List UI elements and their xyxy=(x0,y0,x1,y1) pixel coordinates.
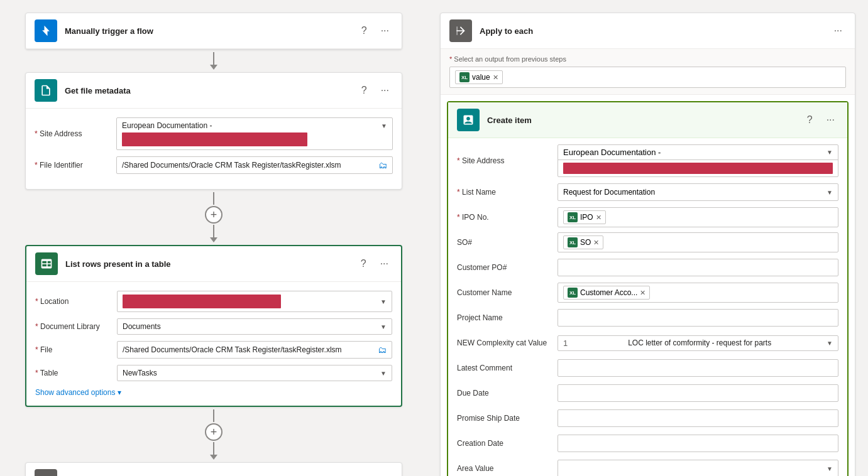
create-site-address-row: Site Address European Documentation - ▼ xyxy=(457,144,838,177)
create-due-date-input[interactable] xyxy=(558,384,838,402)
site-addr-arrow: ▼ xyxy=(827,149,833,156)
site-address-input[interactable]: European Documentation - ▼ xyxy=(116,117,393,150)
arrow-line-2 xyxy=(213,192,214,205)
create-list-name-input[interactable]: Request for Documentation ▼ xyxy=(558,183,838,201)
create-list-name-label: List Name xyxy=(457,188,558,197)
customer-tag-icon: XL xyxy=(568,288,578,298)
show-advanced-button[interactable]: Show advanced options ▾ xyxy=(35,388,121,397)
location-row: Location ▼ xyxy=(35,291,392,312)
trigger-title: Manually trigger a flow xyxy=(65,26,358,36)
create-promise-date-row: Promise Ship Date xyxy=(457,408,838,428)
create-list-name-row: List Name Request for Documentation ▼ xyxy=(457,182,838,202)
create-item-header: Create item ? ··· xyxy=(448,102,847,138)
location-input[interactable]: ▼ xyxy=(117,291,392,312)
create-item-help-button[interactable]: ? xyxy=(803,113,816,127)
create-customer-name-label: Customer Name xyxy=(457,288,558,297)
list-rows-help-button[interactable]: ? xyxy=(357,257,370,271)
customer-tag-remove[interactable]: ✕ xyxy=(640,289,646,297)
apply-each-right-actions: ··· xyxy=(830,24,846,38)
value-tag: XL value ✕ xyxy=(455,70,503,84)
table-row: Table NewTasks ▼ xyxy=(35,365,392,381)
file-metadata-more-button[interactable]: ··· xyxy=(377,84,393,97)
create-item-more-button[interactable]: ··· xyxy=(823,113,838,127)
add-step-circle-1[interactable]: + xyxy=(205,206,222,224)
list-rows-body: Location ▼ Document Library Documents ▼ … xyxy=(26,282,401,406)
doc-library-input[interactable]: Documents ▼ xyxy=(117,318,392,335)
file-metadata-help-button[interactable]: ? xyxy=(358,84,371,97)
create-site-address-input[interactable]: European Documentation - ▼ xyxy=(558,144,838,177)
create-project-name-label: Project Name xyxy=(457,313,558,322)
create-ipo-input[interactable]: XL IPO ✕ xyxy=(558,207,838,227)
create-customer-name-input[interactable]: XL Customer Acco... ✕ xyxy=(558,283,838,303)
create-customer-name-row: Customer Name XL Customer Acco... ✕ xyxy=(457,283,838,303)
site-addr-text: European Documentation - xyxy=(563,148,661,157)
create-customer-po-input[interactable] xyxy=(558,259,838,276)
create-creation-date-input[interactable] xyxy=(558,435,838,452)
create-item-actions: ? ··· xyxy=(803,113,838,127)
connector-2: + xyxy=(205,192,222,242)
trigger-card: Manually trigger a flow ? ··· xyxy=(25,13,402,50)
connector-3: + xyxy=(205,409,222,460)
create-project-name-input[interactable] xyxy=(558,309,838,327)
ipo-tag: XL IPO ✕ xyxy=(563,210,606,224)
value-tag-label: value xyxy=(472,73,490,82)
doc-library-text: Documents xyxy=(123,322,161,331)
trigger-more-button[interactable]: ··· xyxy=(377,24,393,38)
customer-tag-label: Customer Acco... xyxy=(580,288,637,297)
complexity-value-text: LOC letter of comformity - request for p… xyxy=(628,338,771,347)
create-ipo-label: IPO No. xyxy=(457,213,558,222)
apply-each-right-more-button[interactable]: ··· xyxy=(830,24,846,38)
location-label: Location xyxy=(35,297,117,306)
apply-each-collapsed-card: Apply to each ··· xyxy=(25,462,402,476)
trigger-help-button[interactable]: ? xyxy=(358,24,371,38)
right-panel: Apply to each ··· Select an output from … xyxy=(427,0,868,476)
file-browse-icon[interactable]: 🗂 xyxy=(378,160,387,170)
trigger-actions: ? ··· xyxy=(358,24,393,38)
create-complexity-label: NEW Complexity cat Value xyxy=(457,338,558,347)
so-tag-remove[interactable]: ✕ xyxy=(593,239,599,247)
arrow-line-3 xyxy=(213,225,214,237)
create-latest-comment-row: Latest Comment xyxy=(457,358,838,378)
create-latest-comment-input[interactable] xyxy=(558,359,838,377)
site-address-red-bar xyxy=(122,133,307,146)
site-addr-red-bar xyxy=(563,163,833,174)
list-rows-actions: ? ··· xyxy=(357,257,392,271)
arrow-line-4 xyxy=(213,409,214,422)
create-so-row: SO# XL SO ✕ xyxy=(457,232,838,252)
file-id-input[interactable]: /Shared Documents/Oracle CRM Task Regist… xyxy=(116,156,393,174)
add-step-circle-2[interactable]: + xyxy=(205,423,222,441)
create-so-label: SO# xyxy=(457,238,558,247)
tag-container[interactable]: XL value ✕ xyxy=(449,67,846,88)
trigger-icon xyxy=(35,19,57,42)
table-arrow: ▼ xyxy=(380,370,387,377)
table-input[interactable]: NewTasks ▼ xyxy=(117,365,392,381)
value-tag-icon: XL xyxy=(459,72,470,82)
file-browse-icon-2[interactable]: 🗂 xyxy=(378,345,387,355)
create-customer-po-row: Customer PO# xyxy=(457,257,838,278)
so-tag-icon: XL xyxy=(568,237,578,247)
ipo-tag-remove[interactable]: ✕ xyxy=(596,214,602,222)
create-promise-date-input[interactable] xyxy=(558,409,838,427)
create-area-value-label: Area Value xyxy=(457,464,558,473)
show-advanced-row: Show advanced options ▾ xyxy=(35,387,392,397)
file-metadata-actions: ? ··· xyxy=(358,84,393,97)
connector-1 xyxy=(210,52,217,70)
list-rows-more-button[interactable]: ··· xyxy=(376,257,392,271)
site-address-arrow: ▼ xyxy=(381,122,387,129)
apply-each-more-button[interactable]: ··· xyxy=(377,473,393,476)
doc-library-arrow: ▼ xyxy=(380,323,387,330)
file-id-label: File Identifier xyxy=(35,161,116,170)
area-value-arrow: ▼ xyxy=(827,465,833,472)
location-red-bar xyxy=(123,295,281,308)
create-complexity-input[interactable]: 1 LOC letter of comformity - request for… xyxy=(558,335,838,351)
value-tag-remove[interactable]: ✕ xyxy=(493,73,498,82)
site-address-label: Site Address xyxy=(35,129,116,138)
site-address-row: Site Address European Documentation - ▼ xyxy=(35,117,393,150)
create-so-input[interactable]: XL SO ✕ xyxy=(558,232,838,252)
create-list-name-text: Request for Documentation xyxy=(563,188,655,197)
create-site-address-label: Site Address xyxy=(457,156,558,165)
apply-each-container: Apply to each ··· Select an output from … xyxy=(440,13,855,476)
apply-each-header: Apply to each ··· xyxy=(441,13,855,49)
file-input[interactable]: /Shared Documents/Oracle CRM Task Regist… xyxy=(117,341,392,359)
create-area-value-input[interactable]: ▼ xyxy=(558,460,838,476)
